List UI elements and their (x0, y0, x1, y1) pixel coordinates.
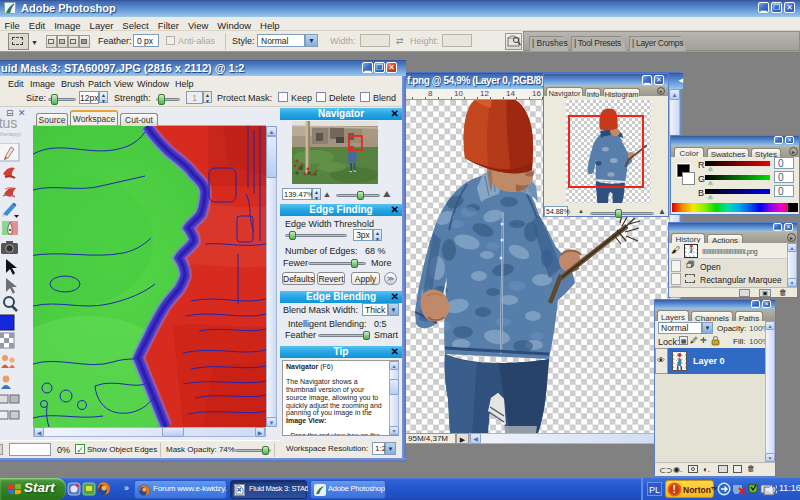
svg-text:»: » (124, 483, 129, 493)
svg-text:!: ! (673, 484, 676, 495)
